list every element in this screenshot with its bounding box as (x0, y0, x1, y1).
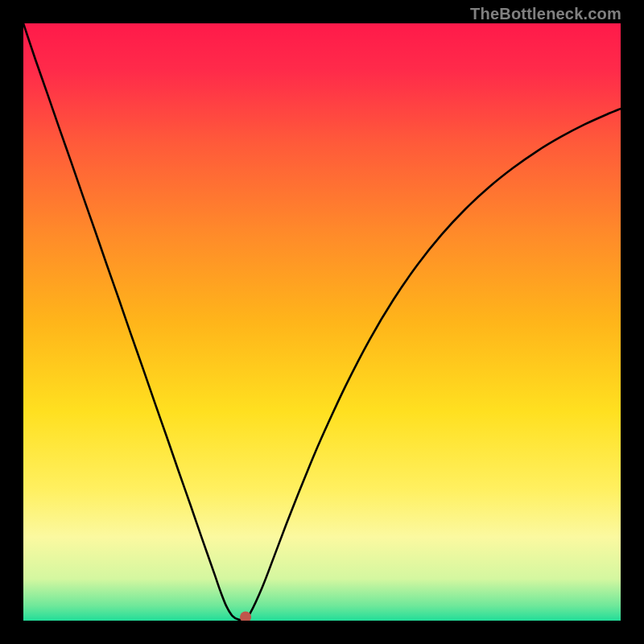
chart-frame (23, 23, 621, 621)
gradient-background (23, 23, 621, 621)
bottleneck-chart (23, 23, 621, 621)
watermark-text: TheBottleneck.com (470, 5, 621, 23)
